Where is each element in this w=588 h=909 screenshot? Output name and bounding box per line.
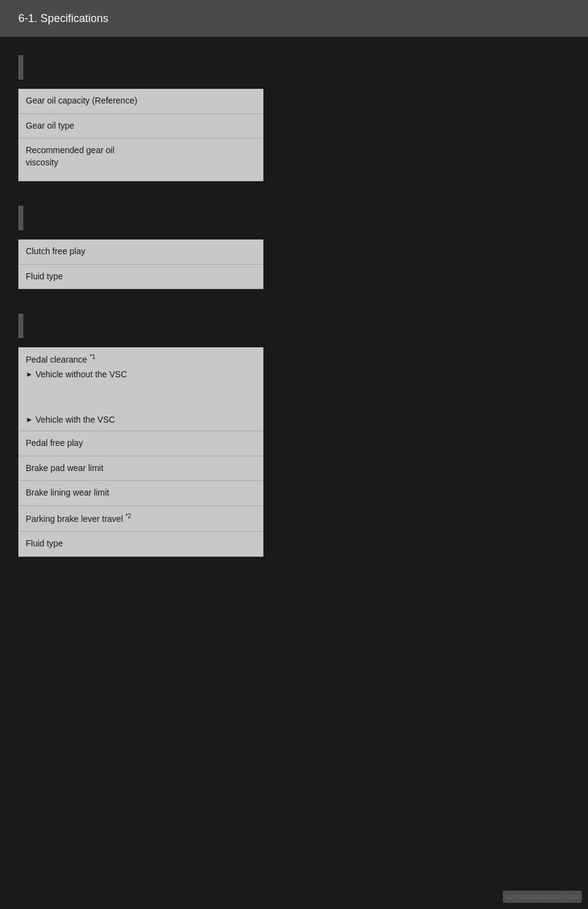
superscript-2: *2 <box>126 513 131 519</box>
table-row: Pedal clearance *1 ► Vehicle without the… <box>18 347 263 431</box>
play-icon: ► <box>26 415 33 424</box>
row-label-gear-oil-capacity: Gear oil capacity (Reference) <box>26 95 137 107</box>
page-title: 6-1. Specifications <box>18 12 108 25</box>
play-icon: ► <box>26 370 33 379</box>
table-row: Gear oil type <box>18 114 263 139</box>
brakes-section: Pedal clearance *1 ► Vehicle without the… <box>18 314 570 556</box>
manual-transmission-section: Gear oil capacity (Reference) Gear oil t… <box>18 55 570 181</box>
watermark: carmanualsonline.info <box>503 891 582 903</box>
table-row: Pedal free play <box>18 431 263 456</box>
row-label-gear-oil-type: Gear oil type <box>26 120 74 132</box>
main-content: Gear oil capacity (Reference) Gear oil t… <box>0 37 588 907</box>
clutch-table: Clutch free play Fluid type <box>18 240 263 289</box>
arrow-with-vsc: ► <box>270 428 283 443</box>
section-header-transmission <box>18 55 570 80</box>
transmission-table: Gear oil capacity (Reference) Gear oil t… <box>18 89 263 181</box>
row-label-clutch-free-play: Clutch free play <box>26 246 85 258</box>
section-bar-transmission <box>18 55 23 80</box>
table-row: Parking brake lever travel *2 <box>18 506 263 532</box>
section-header-brakes <box>18 314 570 338</box>
clutch-section: Clutch free play Fluid type <box>18 206 570 289</box>
row-sub-without-vsc: ► Vehicle without the VSC <box>18 367 263 382</box>
table-row: Recommended gear oilviscosity <box>18 138 263 181</box>
table-row: Clutch free play <box>18 240 263 265</box>
row-label-brake-fluid-type: Fluid type <box>26 538 63 550</box>
section-bar-clutch <box>18 206 23 230</box>
table-row: Fluid type <box>18 265 263 290</box>
arrow-without-vsc: ► <box>270 381 283 397</box>
arrows-container: ► ► <box>270 381 283 443</box>
table-row: Brake pad wear limit <box>18 456 263 481</box>
section-bar-brakes <box>18 314 23 338</box>
header-bar: 6-1. Specifications <box>0 0 588 37</box>
row-label-parking-brake-lever-travel: Parking brake lever travel *2 <box>26 512 131 525</box>
row-label-pedal-clearance: Pedal clearance *1 <box>18 347 263 367</box>
table-row: Fluid type <box>18 532 263 557</box>
spacer <box>18 382 263 412</box>
superscript-1: *1 <box>89 353 95 360</box>
row-label-recommended-viscosity: Recommended gear oilviscosity <box>26 145 115 168</box>
row-sub-with-vsc: ► Vehicle with the VSC <box>18 412 263 431</box>
row-label-brake-pad-wear-limit: Brake pad wear limit <box>26 462 104 475</box>
table-row: Gear oil capacity (Reference) <box>18 89 263 114</box>
table-row: Brake lining wear limit <box>18 481 263 506</box>
brakes-table: Pedal clearance *1 ► Vehicle without the… <box>18 347 263 556</box>
row-label-pedal-free-play: Pedal free play <box>26 437 83 450</box>
section-header-clutch <box>18 206 570 230</box>
row-label-brake-lining-wear-limit: Brake lining wear limit <box>26 487 109 499</box>
row-label-clutch-fluid-type: Fluid type <box>26 271 63 283</box>
